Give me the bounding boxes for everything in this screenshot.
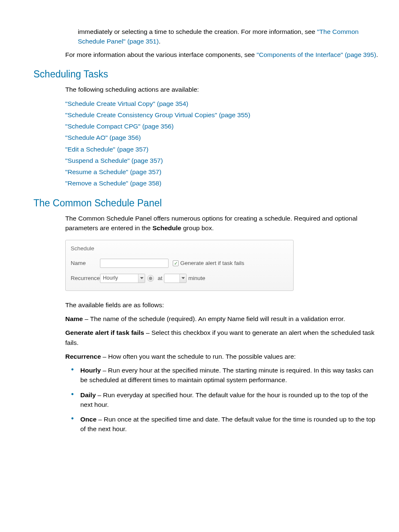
help-icon[interactable]: [147, 275, 154, 282]
link-schedule-compact-cpg[interactable]: "Schedule Compact CPG" (page 356): [65, 121, 383, 131]
recurrence-values-list: Hourly – Run every hour at the specified…: [65, 365, 383, 439]
field-alert-label: Generate alert if task fails: [65, 329, 144, 336]
heading-scheduling-tasks: Scheduling Tasks: [33, 67, 383, 82]
recurrence-label: Recurrence: [71, 274, 100, 283]
intro-text-2b: .: [376, 51, 378, 58]
tasks-intro: The following scheduling actions are ava…: [65, 85, 380, 94]
chevron-down-icon: [179, 274, 186, 283]
field-recur-text: – How often you want the schedule to run…: [101, 353, 296, 360]
intro-para-1: immediately or selecting a time to sched…: [78, 27, 383, 46]
field-name-label: Name: [65, 315, 83, 322]
chevron-down-icon: [138, 274, 145, 283]
link-components-interface[interactable]: "Components of the Interface" (page 395): [257, 51, 376, 58]
link-schedule-virtual-copy[interactable]: "Schedule Create Virtual Copy" (page 354…: [65, 99, 383, 108]
bullet-hourly-label: Hourly: [80, 367, 101, 374]
bullet-once-label: Once: [80, 416, 97, 423]
recurrence-dropdown[interactable]: Hourly: [100, 274, 145, 283]
bullet-daily-text: – Run everyday at specified hour. The de…: [80, 391, 368, 408]
list-item: Hourly – Run every hour at the specified…: [65, 365, 383, 390]
intro-text-1a: immediately or selecting a time to sched…: [78, 28, 317, 35]
recurrence-value: Hourly: [103, 274, 118, 282]
schedule-panel: Schedule Name ✓ Generate alert if task f…: [65, 240, 294, 291]
list-item: Daily – Run everyday at specified hour. …: [65, 390, 383, 415]
bullet-daily-label: Daily: [80, 391, 96, 398]
link-schedule-ao[interactable]: "Schedule AO" (page 356): [65, 133, 383, 142]
field-alert-desc: Generate alert if task fails – Select th…: [65, 328, 380, 347]
panel-intro: The Common Schedule Panel offers numerou…: [65, 213, 380, 233]
intro-text-1b: .: [159, 38, 160, 45]
link-resume-schedule[interactable]: "Resume a Schedule" (page 357): [65, 167, 383, 177]
bullet-hourly-text: – Run every hour at the specified minute…: [80, 367, 373, 383]
link-edit-schedule[interactable]: "Edit a Schedule" (page 357): [65, 144, 383, 154]
field-recur-label: Recurrence: [65, 353, 101, 360]
minute-unit: minute: [188, 274, 205, 283]
heading-common-schedule-panel: The Common Schedule Panel: [33, 196, 383, 211]
field-name-desc: Name – The name of the schedule (require…: [65, 314, 380, 324]
fields-intro: The available fields are as follows:: [65, 300, 380, 310]
at-label: at: [158, 274, 162, 283]
intro-para-2: For more information about the various i…: [65, 50, 383, 59]
alert-checkbox-label: Generate alert if task fails: [180, 259, 244, 267]
list-item: Once – Run once at the specified time an…: [65, 414, 383, 439]
alert-checkbox[interactable]: ✓: [173, 260, 179, 266]
link-remove-schedule[interactable]: "Remove a Schedule" (page 358): [65, 178, 383, 188]
field-name-text: – The name of the schedule (required). A…: [83, 315, 345, 322]
panel-intro-bold: Schedule: [153, 224, 182, 231]
link-suspend-schedule[interactable]: "Suspend a Schedule" (page 357): [65, 156, 383, 165]
link-schedule-consistency-group[interactable]: "Schedule Create Consistency Group Virtu…: [65, 110, 383, 120]
field-recur-desc: Recurrence – How often you want the sche…: [65, 352, 380, 361]
panel-intro-post: group box.: [181, 224, 214, 231]
name-label: Name: [71, 259, 100, 267]
task-links-list: "Schedule Create Virtual Copy" (page 354…: [65, 99, 383, 188]
name-input[interactable]: [100, 259, 169, 268]
bullet-once-text: – Run once at the specified time and dat…: [80, 416, 375, 432]
schedule-groupbox-title: Schedule: [66, 244, 293, 257]
intro-text-2a: For more information about the various i…: [65, 51, 257, 58]
minute-dropdown[interactable]: [164, 274, 187, 283]
